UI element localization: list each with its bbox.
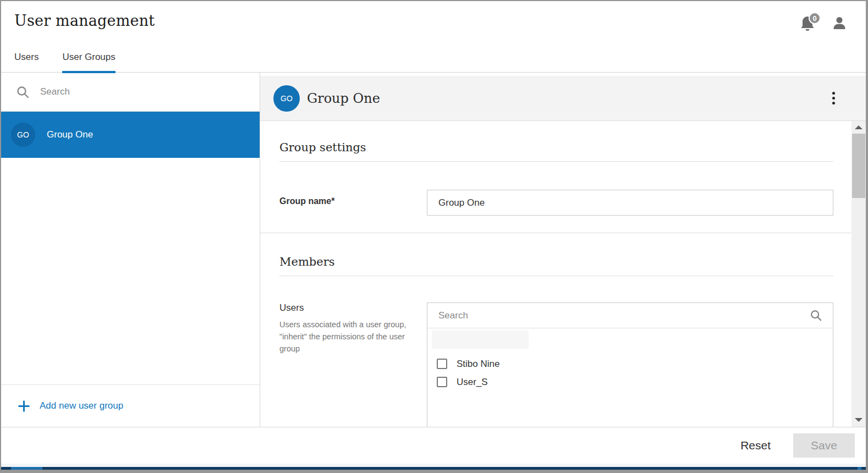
notifications-button[interactable]: 0 <box>800 15 816 33</box>
user-option-label: User_S <box>457 377 488 388</box>
person-icon <box>832 15 847 31</box>
notification-badge: 0 <box>809 12 821 24</box>
users-field-description: Users associated with a user group, "inh… <box>279 318 413 355</box>
sidebar-spacer <box>1 158 260 384</box>
save-button[interactable]: Save <box>793 433 855 458</box>
users-field-label: Users <box>279 302 427 314</box>
user-profile-button[interactable] <box>832 15 847 31</box>
user-option-user-s[interactable]: User_S <box>427 373 833 391</box>
more-options-button[interactable] <box>830 90 837 107</box>
panel-avatar: GO <box>273 85 300 112</box>
tab-bar: Users User Groups <box>14 52 116 72</box>
scrollbar-up-arrow[interactable] <box>855 125 862 129</box>
app-window: User management 0 Users User Groups <box>0 0 868 473</box>
form-content: Group settings Group name* Members <box>260 121 851 427</box>
group-settings-section: Group settings Group name* <box>260 121 851 233</box>
sidebar-search-input[interactable] <box>40 86 249 97</box>
reset-button[interactable]: Reset <box>735 439 776 452</box>
group-detail-panel: GO Group One Group settings Group name* <box>260 73 866 427</box>
group-name-label: Group One <box>47 129 93 140</box>
scrollbar-down-arrow[interactable] <box>855 418 862 422</box>
search-icon <box>17 86 29 98</box>
plus-icon <box>18 400 30 413</box>
user-option-stibo-nine[interactable]: Stibo Nine <box>427 355 833 373</box>
kebab-icon <box>832 92 835 95</box>
tab-user-groups[interactable]: User Groups <box>62 52 115 73</box>
horizontal-scrollbar[interactable] <box>1 467 866 470</box>
members-heading: Members <box>279 255 833 268</box>
panel-header: GO Group One <box>260 76 866 121</box>
horizontal-scrollbar-thumb[interactable] <box>11 467 42 470</box>
users-listbox: Stibo Nine User_S <box>427 302 833 427</box>
checkbox-icon[interactable] <box>437 359 447 369</box>
scrollbar-thumb[interactable] <box>852 134 865 198</box>
add-user-group-label: Add new user group <box>40 400 123 411</box>
scroll-region: Group settings Group name* Members <box>260 121 866 427</box>
header-icons: 0 <box>800 15 847 33</box>
bottom-strip <box>1 464 866 470</box>
user-option-label: Stibo Nine <box>457 359 499 370</box>
group-name-input[interactable] <box>427 190 833 216</box>
horizontal-scrollbar-end <box>858 467 861 470</box>
group-name-label: Group name* <box>279 190 427 206</box>
add-user-group-button[interactable]: Add new user group <box>1 384 260 427</box>
members-section: Members Users Users associated with a us… <box>260 233 851 427</box>
vertical-scrollbar[interactable] <box>851 121 866 427</box>
users-search-input[interactable] <box>438 310 810 321</box>
section-divider <box>279 276 833 276</box>
page-title: User management <box>14 12 866 29</box>
sidebar-search <box>1 73 260 112</box>
tab-users[interactable]: Users <box>14 52 39 72</box>
users-search-row <box>427 303 833 328</box>
panel-title: Group One <box>307 91 380 106</box>
group-settings-heading: Group settings <box>279 141 833 154</box>
app-header: User management 0 Users User Groups <box>1 1 866 73</box>
loading-placeholder <box>432 331 529 349</box>
action-footer: Reset Save <box>1 427 866 464</box>
section-divider <box>279 161 833 162</box>
search-icon <box>810 310 822 321</box>
group-avatar: GO <box>11 123 35 147</box>
group-list-sidebar: GO Group One Add new user group <box>1 73 260 427</box>
sidebar-item-group-one[interactable]: GO Group One <box>1 112 260 158</box>
checkbox-icon[interactable] <box>437 377 447 387</box>
